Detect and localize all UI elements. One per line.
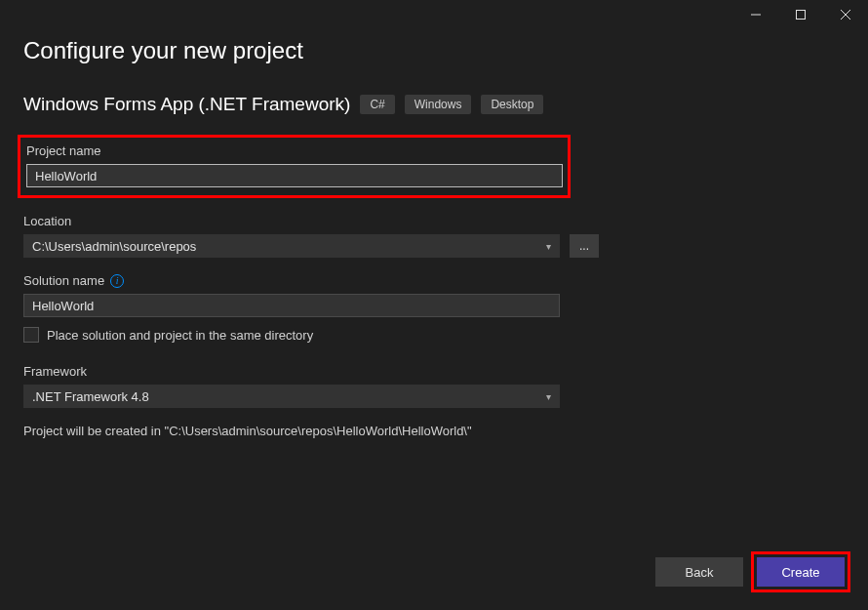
info-icon[interactable]: i (110, 274, 124, 288)
solution-name-input[interactable] (23, 294, 560, 317)
create-button[interactable]: Create (757, 557, 845, 587)
template-header: Windows Forms App (.NET Framework) C# Wi… (23, 94, 845, 115)
minimize-button[interactable] (733, 0, 778, 29)
creation-path-text: Project will be created in "C:\Users\adm… (23, 424, 845, 438)
solution-name-group: Solution name i Place solution and proje… (23, 273, 845, 343)
tag-type: Desktop (481, 95, 543, 114)
same-directory-label: Place solution and project in the same d… (47, 328, 313, 343)
titlebar (0, 0, 868, 29)
tag-language: C# (360, 95, 394, 114)
chevron-down-icon: ▾ (546, 241, 551, 252)
framework-label: Framework (23, 364, 845, 379)
project-name-group: Project name (18, 135, 571, 198)
chevron-down-icon: ▾ (546, 391, 551, 402)
solution-name-label: Solution name i (23, 273, 845, 288)
framework-dropdown[interactable]: .NET Framework 4.8 ▾ (23, 385, 560, 408)
browse-button[interactable]: ... (570, 234, 599, 258)
project-name-input[interactable] (26, 164, 563, 187)
tag-platform: Windows (405, 95, 472, 114)
framework-value: .NET Framework 4.8 (32, 389, 149, 404)
location-group: Location C:\Users\admin\source\repos ▾ .… (23, 214, 845, 258)
dialog-footer: Back Create (655, 551, 850, 592)
location-value: C:\Users\admin\source\repos (32, 239, 196, 254)
template-name: Windows Forms App (.NET Framework) (23, 94, 350, 115)
framework-group: Framework .NET Framework 4.8 ▾ (23, 364, 845, 408)
same-directory-row: Place solution and project in the same d… (23, 327, 845, 343)
dialog-content: Configure your new project Windows Forms… (0, 29, 868, 438)
back-button[interactable]: Back (655, 557, 743, 587)
page-title: Configure your new project (23, 37, 845, 64)
close-button[interactable] (823, 0, 868, 29)
solution-name-label-text: Solution name (23, 273, 104, 288)
location-dropdown[interactable]: C:\Users\admin\source\repos ▾ (23, 234, 560, 258)
same-directory-checkbox[interactable] (23, 327, 39, 343)
maximize-button[interactable] (778, 0, 823, 29)
svg-rect-1 (797, 11, 806, 20)
location-label: Location (23, 214, 845, 228)
project-name-label: Project name (26, 143, 562, 158)
create-highlight: Create (751, 551, 850, 592)
